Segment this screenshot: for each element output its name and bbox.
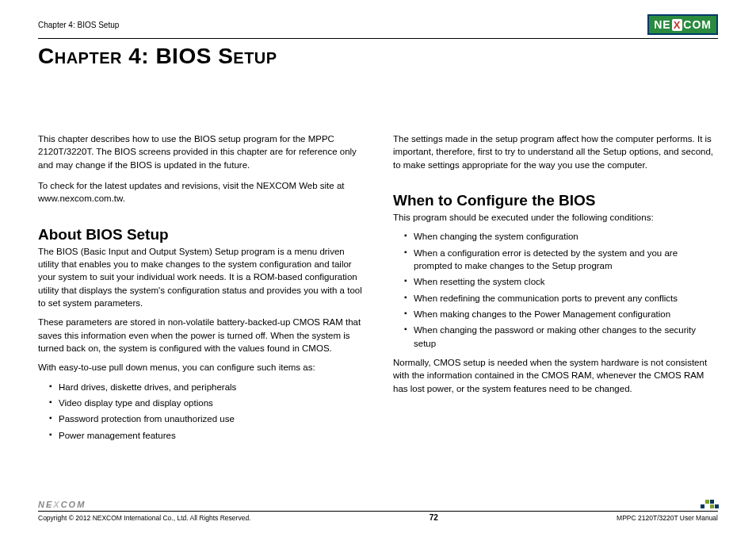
when-intro: This program should be executed under th… <box>393 211 718 224</box>
when-heading: When to Configure the BIOS <box>393 192 718 209</box>
list-item: When redefining the communication ports … <box>404 292 718 305</box>
page-footer: NEXCOM Copyright © 2012 NEXCOM Internati… <box>38 500 718 522</box>
list-item: Hard drives, diskette drives, and periph… <box>49 381 363 393</box>
list-item: When making changes to the Power Managem… <box>404 308 718 320</box>
footer-rule <box>38 511 718 512</box>
list-item: When changing the password or making oth… <box>404 324 718 350</box>
logo-text-right: COM <box>683 18 712 31</box>
list-item: Video display type and display options <box>49 397 363 409</box>
right-intro: The settings made in the setup program a… <box>393 132 718 171</box>
about-heading: About BIOS Setup <box>38 226 363 243</box>
list-item: Power management features <box>49 429 363 442</box>
top-rule <box>38 38 718 39</box>
about-bullet-list: Hard drives, diskette drives, and periph… <box>38 381 363 442</box>
intro-paragraph-2: To check for the latest updates and revi… <box>38 179 363 205</box>
manual-name: MPPC 2120T/3220T User Manual <box>617 514 718 522</box>
list-item: Password protection from unauthorized us… <box>49 412 363 425</box>
about-paragraph-1: The BIOS (Basic Input and Output System)… <box>38 245 363 310</box>
brand-logo: NEXCOM <box>647 14 718 35</box>
logo-text-left: NE <box>654 18 670 31</box>
list-item: When resetting the system clock <box>404 275 718 288</box>
left-column: This chapter describes how to use the BI… <box>38 132 363 448</box>
when-outro: Normally, CMOS setup is needed when the … <box>393 356 718 395</box>
footer-logo: NEXCOM <box>38 500 86 509</box>
copyright-text: Copyright © 2012 NEXCOM International Co… <box>38 514 250 522</box>
list-item: When a configuration error is detected b… <box>404 247 718 273</box>
breadcrumb: Chapter 4: BIOS Setup <box>38 21 119 29</box>
page-title: Chapter 4: BIOS Setup <box>38 44 718 69</box>
logo-x-icon: X <box>672 19 683 31</box>
right-column: The settings made in the setup program a… <box>393 132 718 448</box>
about-paragraph-2: These parameters are stored in non-volat… <box>38 316 363 355</box>
two-column-layout: This chapter describes how to use the BI… <box>38 109 718 448</box>
list-item: When changing the system configuration <box>404 230 718 243</box>
page-number: 72 <box>430 513 438 522</box>
when-bullet-list: When changing the system configuration W… <box>393 230 718 350</box>
intro-paragraph-1: This chapter describes how to use the BI… <box>38 132 363 171</box>
about-paragraph-3: With easy-to-use pull down menus, you ca… <box>38 361 363 374</box>
